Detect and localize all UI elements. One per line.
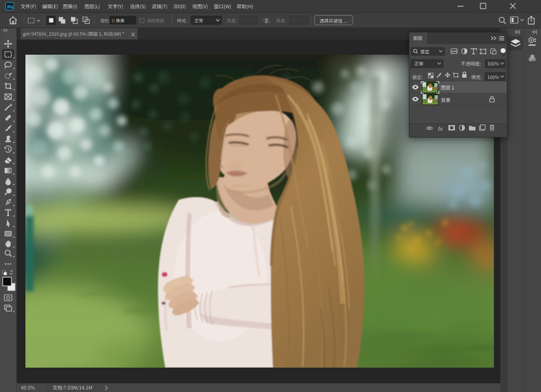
svg-text:Ps: Ps xyxy=(7,4,13,10)
svg-text:fx: fx xyxy=(438,126,443,132)
